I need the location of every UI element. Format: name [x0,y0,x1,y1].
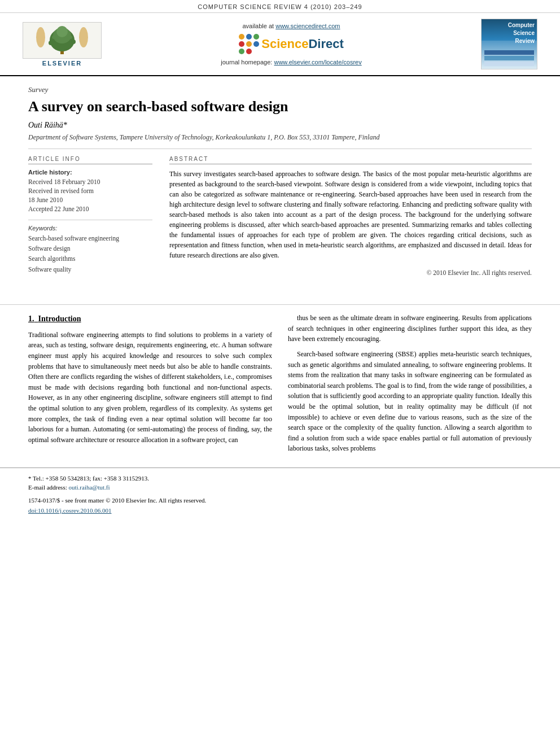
article-title: A survey on search-based software design [28,98,532,115]
svg-point-7 [69,36,72,39]
journal-header: COMPUTER SCIENCE REVIEW 4 (2010) 203–249 [0,0,560,13]
svg-point-9 [79,27,88,47]
intro-paragraph-3: Search-based software engineering (SBSE)… [288,349,532,454]
body-left-col: 1. Introduction Traditional software eng… [28,313,272,458]
journal-homepage-text: journal homepage: www.elsevier.com/locat… [221,59,361,65]
banner: ELSEVIER available at www.sciencedirect.… [0,13,560,76]
article-info-heading: ARTICLE INFO [28,156,152,164]
journal-header-text: COMPUTER SCIENCE REVIEW 4 (2010) 203–249 [198,3,362,10]
svg-point-8 [36,27,45,47]
received-text: Received 18 February 2010 Received in re… [28,177,152,213]
copyright-text: © 2010 Elsevier Inc. All rights reserved… [169,266,532,276]
available-at-text: available at www.sciencedirect.com [242,23,340,29]
keyword-3: Search algorithms [28,254,152,264]
svg-point-3 [56,26,68,37]
article-content: Survey A survey on search-based software… [0,76,560,296]
keyword-2: Software design [28,243,152,254]
footer-area: * Tel.: +358 50 5342813; fax: +358 3 311… [0,468,560,519]
svg-point-5 [71,40,76,44]
elsevier-logo-area: ELSEVIER [17,22,107,67]
abstract-col: ABSTRACT This survey investigates search… [169,156,532,276]
body-text-area: 1. Introduction Traditional software eng… [0,313,560,458]
elsevier-brand-text: ELSEVIER [42,60,82,67]
banner-center: available at www.sciencedirect.com Scien… [107,23,475,65]
doi-link[interactable]: doi:10.1016/j.cosrev.2010.06.001 [28,507,111,514]
article-type: Survey [28,85,532,94]
sd-dots-icon [239,34,259,54]
abstract-text: This survey investigates search-based ap… [169,169,532,260]
keyword-1: Search-based software engineering [28,233,152,243]
svg-point-6 [52,36,55,39]
doi-text: doi:10.1016/j.cosrev.2010.06.001 [28,507,532,514]
journal-cover-image: ComputerScienceReview [481,19,537,69]
journal-cover-area: ComputerScienceReview [475,19,543,69]
section-1-title: 1. Introduction [28,313,272,325]
article-affiliation: Department of Software Systems, Tampere … [28,133,532,149]
keywords-list: Search-based software engineering Softwa… [28,233,152,275]
footnote-text: * Tel.: +358 50 5342813; fax: +358 3 311… [28,474,532,492]
svg-point-4 [49,41,53,45]
section-divider [0,304,560,305]
sciencedirect-wordmark: ScienceDirect [261,37,344,51]
email-link[interactable]: outi.raiha@tut.fi [68,484,110,491]
journal-homepage-link[interactable]: www.elsevier.com/locate/cosrev [274,59,361,65]
article-info-col: ARTICLE INFO Article history: Received 1… [28,156,152,276]
sciencedirect-logo: ScienceDirect [239,34,344,54]
sciencedirect-link[interactable]: www.sciencedirect.com [275,23,340,29]
issn-text: 1574-0137/$ - see front matter © 2010 El… [28,496,532,505]
keywords-label: Keywords: [28,220,152,231]
keyword-4: Software quality [28,264,152,274]
article-info-abstract: ARTICLE INFO Article history: Received 1… [28,156,532,276]
history-label: Article history: [28,169,152,176]
body-right-col: thus be seen as the ultimate dream in so… [288,313,532,458]
intro-paragraph-2: thus be seen as the ultimate dream in so… [288,313,532,344]
article-authors: Outi Räihä* [28,121,532,130]
abstract-heading: ABSTRACT [169,156,532,164]
elsevier-tree-image [23,22,102,59]
intro-paragraph-1: Traditional software engineering attempt… [28,330,272,445]
